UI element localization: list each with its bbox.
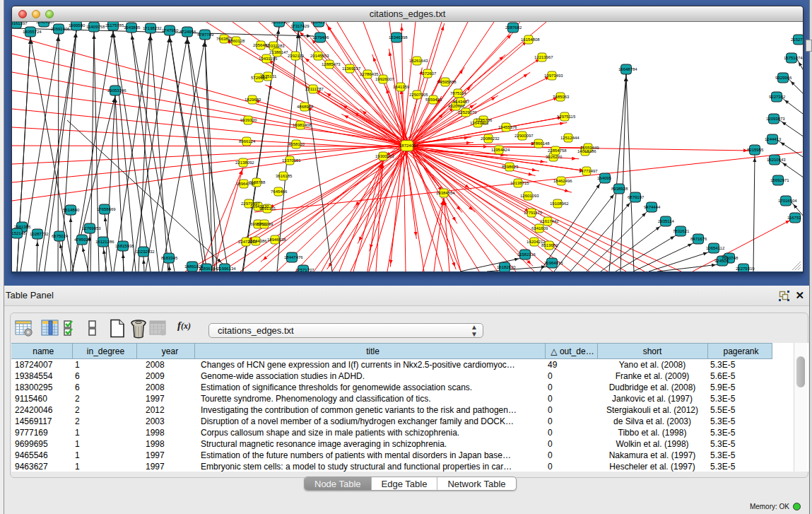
svg-text:17658669: 17658669 bbox=[97, 207, 116, 211]
svg-text:10973493: 10973493 bbox=[544, 74, 563, 78]
svg-text:14773497: 14773497 bbox=[579, 169, 598, 173]
svg-text:3152148: 3152148 bbox=[12, 231, 26, 235]
svg-text:22529070: 22529070 bbox=[458, 110, 477, 115]
svg-text:20086232: 20086232 bbox=[481, 136, 500, 141]
svg-text:9329966: 9329966 bbox=[775, 76, 792, 80]
svg-text:1641359: 1641359 bbox=[393, 85, 410, 89]
svg-text:16182620: 16182620 bbox=[497, 265, 516, 269]
svg-text:17791175: 17791175 bbox=[524, 211, 543, 215]
svg-text:21617442: 21617442 bbox=[540, 219, 559, 223]
svg-text:4868988: 4868988 bbox=[297, 105, 314, 109]
svg-text:3926270: 3926270 bbox=[546, 155, 563, 159]
svg-text:13370951: 13370951 bbox=[282, 158, 301, 163]
svg-text:9474444: 9474444 bbox=[644, 205, 661, 209]
svg-text:2087682: 2087682 bbox=[505, 25, 522, 30]
svg-text:19384554: 19384554 bbox=[436, 191, 455, 195]
svg-text:2361385: 2361385 bbox=[14, 225, 31, 229]
svg-text:10332283: 10332283 bbox=[266, 44, 285, 48]
svg-text:164095: 164095 bbox=[597, 176, 612, 180]
svg-text:1999580: 1999580 bbox=[69, 23, 86, 28]
svg-text:22507905: 22507905 bbox=[409, 93, 428, 97]
svg-text:7485063: 7485063 bbox=[553, 95, 570, 99]
svg-text:19926007: 19926007 bbox=[375, 77, 394, 81]
svg-text:8513602: 8513602 bbox=[541, 243, 558, 247]
svg-text:19455376: 19455376 bbox=[498, 125, 517, 129]
svg-text:1244413: 1244413 bbox=[765, 137, 782, 141]
svg-text:15692971: 15692971 bbox=[770, 178, 789, 182]
svg-text:8966124: 8966124 bbox=[239, 139, 256, 144]
svg-text:2575131: 2575131 bbox=[260, 74, 277, 78]
svg-text:16261643: 16261643 bbox=[409, 59, 428, 63]
svg-text:6675024: 6675024 bbox=[52, 234, 69, 238]
svg-text:7875114: 7875114 bbox=[450, 91, 467, 95]
svg-text:12885473: 12885473 bbox=[322, 62, 341, 66]
svg-text:21175785: 21175785 bbox=[105, 23, 124, 28]
svg-text:1829683: 1829683 bbox=[245, 98, 261, 102]
svg-text:17016504: 17016504 bbox=[778, 199, 797, 203]
svg-text:17138232: 17138232 bbox=[143, 26, 162, 30]
svg-text:9591351: 9591351 bbox=[259, 206, 276, 211]
svg-text:12512444: 12512444 bbox=[560, 136, 579, 140]
svg-text:12093873: 12093873 bbox=[766, 117, 785, 121]
svg-text:16121286: 16121286 bbox=[95, 240, 114, 244]
svg-text:1747950: 1747950 bbox=[162, 28, 179, 33]
svg-text:21996134: 21996134 bbox=[217, 267, 236, 271]
svg-text:6879197: 6879197 bbox=[628, 195, 645, 199]
svg-text:18462496: 18462496 bbox=[553, 179, 572, 183]
svg-text:16815938: 16815938 bbox=[115, 244, 134, 248]
svg-text:4320702: 4320702 bbox=[448, 104, 465, 108]
svg-text:7645466: 7645466 bbox=[271, 189, 288, 194]
svg-text:21386147: 21386147 bbox=[269, 50, 288, 54]
svg-text:8471676: 8471676 bbox=[690, 237, 707, 241]
svg-text:13346398: 13346398 bbox=[389, 35, 408, 40]
svg-text:10654112: 10654112 bbox=[706, 246, 725, 250]
svg-text:10138715: 10138715 bbox=[510, 181, 529, 185]
svg-text:11582116: 11582116 bbox=[517, 252, 536, 257]
svg-text:8860128: 8860128 bbox=[228, 39, 245, 43]
svg-text:13836184: 13836184 bbox=[199, 267, 218, 271]
svg-text:18946538: 18946538 bbox=[267, 238, 286, 242]
svg-text:17317429: 17317429 bbox=[290, 24, 310, 28]
svg-text:11954424: 11954424 bbox=[491, 148, 510, 152]
svg-text:19161397: 19161397 bbox=[12, 22, 28, 25]
svg-text:9227342: 9227342 bbox=[769, 95, 786, 99]
svg-text:22900097: 22900097 bbox=[514, 134, 534, 138]
svg-text:18404587: 18404587 bbox=[36, 22, 55, 24]
svg-text:3943805: 3943805 bbox=[124, 25, 141, 30]
svg-text:16210643: 16210643 bbox=[767, 158, 786, 162]
svg-text:16154808: 16154808 bbox=[521, 37, 540, 42]
svg-text:12975115: 12975115 bbox=[557, 115, 576, 119]
svg-text:10431155: 10431155 bbox=[259, 57, 278, 61]
svg-text:12769053: 12769053 bbox=[82, 226, 101, 230]
svg-text:8724956: 8724956 bbox=[180, 30, 196, 34]
svg-text:2935114: 2935114 bbox=[658, 219, 675, 223]
svg-text:21527195: 21527195 bbox=[791, 37, 803, 42]
svg-text:13643402: 13643402 bbox=[470, 121, 489, 125]
svg-text:14055724: 14055724 bbox=[23, 30, 42, 34]
svg-text:12213967: 12213967 bbox=[534, 55, 553, 59]
svg-text:5143437: 5143437 bbox=[453, 100, 470, 104]
svg-text:16559449: 16559449 bbox=[580, 146, 599, 150]
svg-text:7832621: 7832621 bbox=[673, 229, 690, 233]
svg-text:18447476: 18447476 bbox=[284, 255, 303, 259]
svg-text:17571707: 17571707 bbox=[295, 268, 314, 272]
svg-text:8183345: 8183345 bbox=[161, 256, 178, 260]
svg-text:4658110: 4658110 bbox=[288, 142, 305, 146]
svg-text:10232932: 10232932 bbox=[136, 250, 155, 254]
svg-text:20145553: 20145553 bbox=[310, 54, 329, 58]
svg-text:9939320: 9939320 bbox=[240, 118, 257, 122]
svg-text:3616185: 3616185 bbox=[276, 174, 293, 178]
svg-text:21619307: 21619307 bbox=[271, 22, 290, 24]
svg-text:11409758: 11409758 bbox=[86, 25, 105, 29]
svg-text:4785925: 4785925 bbox=[74, 238, 91, 242]
svg-text:22854758: 22854758 bbox=[548, 148, 567, 153]
svg-text:8598623: 8598623 bbox=[502, 165, 519, 169]
svg-text:4787789: 4787789 bbox=[197, 33, 214, 37]
svg-text:16648784: 16648784 bbox=[618, 67, 637, 71]
svg-text:18724007: 18724007 bbox=[399, 144, 418, 148]
svg-text:1379406: 1379406 bbox=[312, 35, 329, 40]
svg-text:8215955: 8215955 bbox=[747, 148, 764, 152]
svg-text:5559415: 5559415 bbox=[425, 98, 442, 102]
svg-text:14595888: 14595888 bbox=[437, 80, 457, 84]
svg-text:19300203: 19300203 bbox=[375, 154, 394, 158]
